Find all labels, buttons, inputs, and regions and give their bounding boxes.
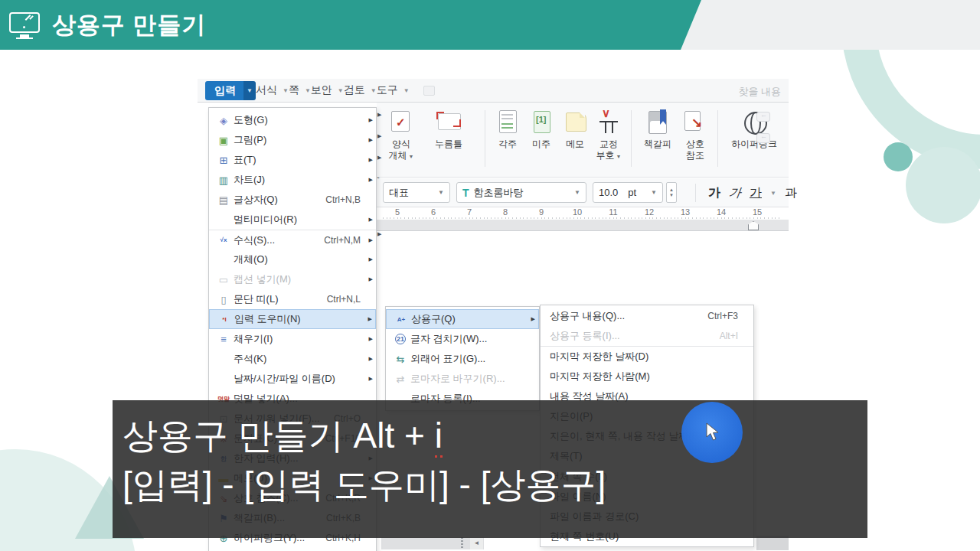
menu-item-autotext[interactable]: A+상용구(Q)▶ [386,309,539,329]
menu-item-multimedia[interactable]: 멀티미디어(R)▶ [209,210,376,230]
margin-marker[interactable] [748,221,759,230]
menu-tab-보안[interactable]: 보안▼ [311,83,344,97]
submenu-arrow-icon: ▶ [364,157,373,163]
menu-item-romanize: ⇄로마자로 바꾸기(R)... [386,369,539,389]
ribbon-button-bookmark[interactable]: 책갈피 [638,109,678,161]
find-placeholder[interactable]: 찾을 내용 [738,85,781,99]
ribbon-button-press-frame[interactable]: 누름틀 [419,109,479,162]
ghost-link-icon [756,112,770,122]
char-shape-button[interactable]: 과 [785,185,797,201]
submenu-arrow-icon: ▶ [364,217,373,223]
menu-tab-입력[interactable]: 입력▼ [205,81,256,100]
menu-tab-도구[interactable]: 도구▼ [377,83,410,97]
menu-tab-쪽[interactable]: 쪽▼ [289,83,311,97]
italic-button[interactable]: 가 [728,185,743,201]
app-menubar: 입력▼서식▼쪽▼보안▼검토▼도구▼ 찾을 내용 [198,79,789,103]
ruler-number: 13 [681,207,690,217]
chevron-down-icon: ▼ [615,154,622,159]
menu-item-annotation[interactable]: 주석(K)▶ [209,349,376,369]
submenu-arrow-icon: ▶ [363,316,372,322]
ribbon-button-form-object[interactable]: 양식개체 ▼ [385,109,417,162]
ribbon-button-cross-ref[interactable]: 상호참조 [679,109,711,161]
menu-item-overlap[interactable]: 21글자 겹치기(W)... [386,329,539,349]
menu-item-autotext-content[interactable]: 상용구 내용(Q)...Ctrl+F3 [541,306,753,326]
menubar-tabs: 입력▼서식▼쪽▼보안▼검토▼도구▼ [198,81,410,100]
style-combo[interactable]: 대표 ▼ [383,182,450,203]
size-unit: pt [628,187,636,198]
menu-tab-서식[interactable]: 서식▼ [256,83,289,97]
ribbon-button-label: 하이퍼링크 [731,139,777,150]
size-combo[interactable]: 10.0 pt ▼ [593,182,663,203]
menu-item-object[interactable]: 개체(O)▶ [209,249,376,269]
table-icon: ⊞ [214,155,234,166]
horizontal-scrollbar[interactable]: ◄ [381,537,484,549]
ruler-number: 12 [645,207,654,217]
chevron-down-icon[interactable]: ▼ [770,190,776,197]
ruler-strip [377,220,789,231]
font-value: 함초롬바탕 [474,186,524,200]
menu-item-foreign[interactable]: ⇆외래어 표기(G)... [386,349,539,369]
band-icon: ▯ [214,294,234,305]
menu-item-label: 외래어 표기(G)... [410,352,524,366]
chevron-down-icon[interactable]: ▼ [371,87,377,94]
input-assist-submenu: A+상용구(Q)▶21글자 겹치기(W)...⇆외래어 표기(G)...⇄로마자… [385,306,540,411]
menu-item-formula[interactable]: √x수식(S)...Ctrl+N,M▶ [209,230,376,249]
ruler-number: 15 [753,207,762,217]
menu-item-shape[interactable]: ◈도형(G)▶ [209,110,376,130]
caption-line2: [입력] - [입력 도우미] - [상용구] [122,460,867,509]
deco-circle-large [906,147,980,223]
chevron-down-icon[interactable]: ▼ [338,87,344,94]
submenu-arrow-icon: ▶ [364,177,373,183]
ribbon-button-endnote[interactable]: 미주 [525,109,557,162]
chevron-down-icon[interactable]: ▼ [243,81,256,100]
chevron-down-icon[interactable]: ▼ [305,87,311,94]
menu-item-table[interactable]: ⊞표(T)▶ [209,150,376,170]
font-combo[interactable]: T 함초롬바탕 ▼ [456,182,586,203]
menu-item-label: 문단 띠(L) [234,292,327,306]
menu-item-textbox[interactable]: ▤글상자(Q)Ctrl+N,B [209,190,376,210]
chevron-down-icon: ▼ [570,189,580,196]
menu-item-chart[interactable]: ▥차트(J)▶ [209,170,376,190]
ribbon-button-hyperlink[interactable]: 하이퍼링크 [724,109,784,150]
ribbon-button-footnote[interactable]: 각주 [492,109,524,162]
ribbon-button-proof-mark[interactable]: 교정부호 ▼ [593,109,625,162]
menu-item-label: 마지막 저장한 사람(M) [550,370,738,383]
ribbon-button-label: 참조 [686,150,704,161]
ribbon-button-label: 책갈피 [644,139,671,150]
size-stepper[interactable]: ▲▼ [666,182,677,203]
ghost-link-icon [756,133,770,143]
overlap-icon: 21 [390,334,410,344]
ribbon-separator [485,110,485,167]
ribbon-button-memo[interactable]: 메모 [559,109,591,162]
menu-item-fill[interactable]: ≡채우기(I)▶ [209,329,376,349]
menu-item-shortcut: Alt+I [720,331,738,341]
menu-item-label: 주석(K) [234,352,361,366]
memo-icon [561,109,589,136]
chevron-down-icon[interactable]: ▼ [403,87,410,94]
romanize-icon: ⇄ [390,373,410,385]
ribbon-button-label: 각주 [498,139,517,150]
menu-item-picture[interactable]: ▣그림(P)▶ [209,130,376,150]
menu-tab-검토[interactable]: 검토▼ [344,83,377,97]
menu-item-label: 상용구(Q) [411,312,523,326]
shape-icon: ◈ [214,115,234,126]
chart-icon: ▥ [214,174,234,186]
menu-item-input-assist[interactable]: *I입력 도우미(N)▶ [209,309,376,329]
menu-item-para-band[interactable]: ▯문단 띠(L)Ctrl+N,L [209,289,376,309]
press-frame-icon [435,109,462,136]
ruler-number: 11 [609,207,617,217]
ruler-number: 5 [395,207,400,217]
menu-item-label: 도형(G) [234,113,361,127]
ruler-number: 14 [717,207,726,217]
bold-button[interactable]: 가 [708,185,720,201]
underline-button[interactable]: 가 [750,185,762,201]
menu-item-last-saved-date[interactable]: 마지막 저장한 날짜(D) [541,346,753,366]
form-object-icon [387,109,415,136]
chevron-down-icon[interactable]: ▼ [283,87,289,94]
menu-item-last-saved-by[interactable]: 마지막 저장한 사람(M) [541,367,753,386]
caption-overlay: 상용구 만들기 Alt + i [입력] - [입력 도우미] - [상용구] [113,400,867,538]
assist-icon: *I [214,316,234,323]
scroll-left-button[interactable]: ◄ [470,537,483,549]
menu-item-date-time-file[interactable]: 날짜/시간/파일 이름(D)▶ [209,369,376,389]
menu-item-shortcut: Ctrl+N,B [325,194,361,205]
